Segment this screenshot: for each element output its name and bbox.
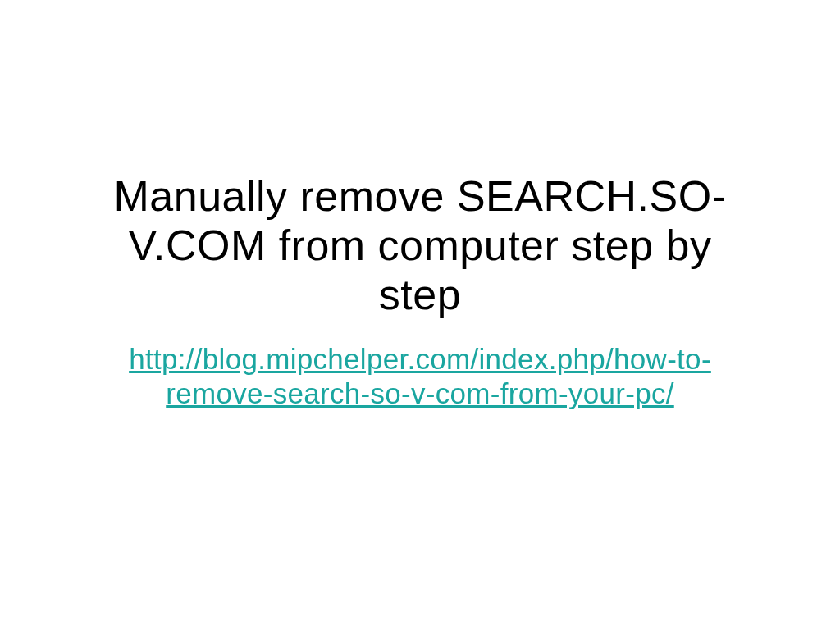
source-link[interactable]: http://blog.mipchelper.com/index.php/how… [125, 342, 715, 411]
slide-title: Manually remove SEARCH.SO-V.COM from com… [84, 172, 756, 319]
